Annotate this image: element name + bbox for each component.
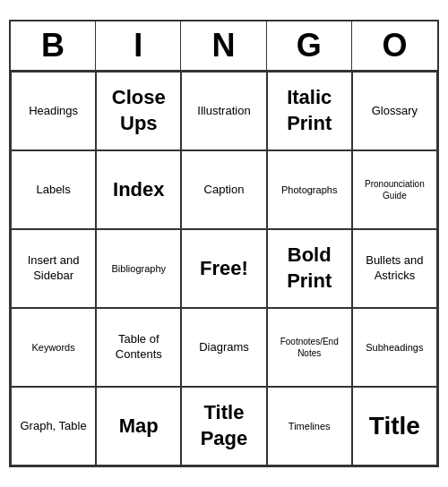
bingo-grid: HeadingsClose UpsIllustrationItalic Prin… xyxy=(11,72,437,466)
bingo-cell: Illustration xyxy=(181,72,266,150)
bingo-cell: Headings xyxy=(11,72,96,150)
bingo-cell: Title xyxy=(352,387,437,466)
bingo-cell: Keywords xyxy=(11,308,96,387)
bingo-cell: Table of Contents xyxy=(96,308,181,387)
bingo-cell: Free! xyxy=(181,229,266,308)
bingo-cell: Bold Print xyxy=(267,229,352,308)
bingo-cell: Footnotes/End Notes xyxy=(267,308,352,387)
bingo-cell: Labels xyxy=(11,150,96,229)
bingo-card: BINGO HeadingsClose UpsIllustrationItali… xyxy=(9,20,439,467)
header-letter: G xyxy=(267,21,352,70)
bingo-cell: Index xyxy=(96,150,181,229)
bingo-cell: Bullets and Astricks xyxy=(352,229,437,308)
bingo-cell: Insert and Sidebar xyxy=(11,229,96,308)
bingo-cell: Pronounciation Guide xyxy=(352,150,437,229)
bingo-cell: Graph, Table xyxy=(11,387,96,466)
header-letter: I xyxy=(96,21,181,70)
bingo-cell: Timelines xyxy=(267,387,352,466)
bingo-cell: Glossary xyxy=(352,72,437,150)
header-letter: N xyxy=(181,21,266,70)
bingo-cell: Close Ups xyxy=(96,72,181,150)
bingo-cell: Italic Print xyxy=(267,72,352,150)
bingo-cell: Diagrams xyxy=(181,308,266,387)
header-letter: B xyxy=(11,21,96,70)
bingo-cell: Photographs xyxy=(267,150,352,229)
bingo-cell: Title Page xyxy=(181,387,266,466)
bingo-cell: Caption xyxy=(181,150,266,229)
bingo-header: BINGO xyxy=(11,21,437,72)
bingo-cell: Map xyxy=(96,387,181,466)
bingo-cell: Subheadings xyxy=(352,308,437,387)
header-letter: O xyxy=(352,21,437,70)
bingo-cell: Bibliography xyxy=(96,229,181,308)
